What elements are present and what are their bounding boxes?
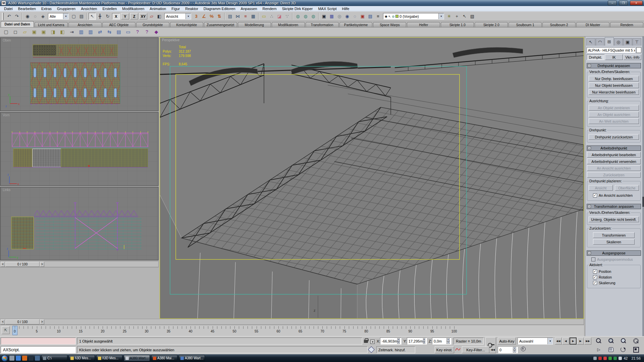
time-slider-value[interactable]: 0 / 100 [5,319,40,324]
close-button[interactable]: × [630,1,643,5]
rollout-header[interactable]: - Transformation anpassen [587,204,641,209]
taskbar-clock[interactable]: 21:56 [629,356,643,360]
xref-scenes-icon[interactable]: ▥ [87,28,95,36]
collapse-icon[interactable]: - [588,64,591,67]
tab-partikelsysteme[interactable]: Partikelsysteme [339,22,373,27]
render-setup-icon[interactable]: ▣ [359,13,366,20]
tab-di-master[interactable]: DI Master [576,22,609,27]
auto-key-button[interactable]: Auto-Key [498,338,516,345]
select-and-link-icon[interactable]: ◉ [24,13,31,20]
axis-constraint-xy-button[interactable]: XY [139,13,147,19]
tab-aec-objekte[interactable]: AEC Objekte [102,22,136,27]
axis-constraint-x-button[interactable]: X [112,13,120,19]
bind-to-space-warp-icon[interactable]: ◈ [39,13,47,20]
tab-datei-und-daten[interactable]: Datei und Daten [1,21,34,27]
collapse-icon[interactable]: - [588,205,591,208]
select-and-manipulate-icon[interactable]: ◧ [156,13,163,20]
goto-start-button[interactable]: ◀◀ [555,338,562,345]
eraser-tool-icon[interactable]: ◪ [276,13,283,20]
task-3dsmax-a380-wart[interactable]: A380 Wart... [124,355,150,361]
pan-hand-icon[interactable] [607,346,615,353]
set-keys-button[interactable]: Key einst. [435,346,454,353]
layer-dropdown[interactable]: ◉ ↖ ◍ 0 (Vorgabe) ▼ [383,13,444,19]
checkbox-icon[interactable]: ✓ [593,193,597,197]
viewport-label[interactable]: Links [3,188,10,192]
ie-browser-icon[interactable] [16,356,21,361]
pick-object-icon[interactable]: ↖ [461,13,468,20]
restore-button[interactable]: ❐ [619,1,628,5]
maximize-viewport-icon[interactable] [632,346,640,353]
display-panel-tab[interactable]: ▣ [623,38,632,46]
position-checkbox[interactable]: ✓Position [593,269,639,274]
environment-dialog-icon[interactable]: ◎ [336,13,343,20]
fetch-scene-icon[interactable]: ◧ [58,28,66,36]
menu-item[interactable]: MAX Script [315,7,339,11]
align-icon[interactable]: ≡ [242,13,249,20]
menu-item[interactable]: Bearbeiten [15,7,39,11]
spinner-icon[interactable]: ▲▼ [446,338,450,344]
key-filter-curve-icon[interactable] [455,346,461,353]
tab-soulbourn-2[interactable]: Soulbourn 2 [542,22,576,27]
redo-icon[interactable]: ↷ [13,13,20,20]
tab-skripte-1-0[interactable]: Skripte 1.0 [441,22,474,27]
menu-item[interactable]: Gruppieren [54,7,78,11]
network-activity-tray-icon[interactable] [593,357,597,360]
z-coordinate-field[interactable]: 0,0m▲▼ [432,338,451,345]
menu-item[interactable]: Skripte Dirk Kipper [279,7,316,11]
checkbox-icon[interactable]: ✓ [593,275,597,279]
select-and-rotate-icon[interactable]: ↻ [104,13,111,20]
tab-rendern[interactable]: Rendern [610,22,643,27]
rollout-header[interactable]: - Arbeitsdrehpunkt [587,145,641,151]
scrollbar-grip[interactable] [642,197,644,207]
open-file-icon[interactable]: ▱ [21,28,29,36]
time-slider-value[interactable]: 0 / 100 [5,262,40,267]
reset-scene-icon[interactable]: ◻ [11,28,19,36]
open-mini-curve-editor-button[interactable]: ⇱ [2,326,10,334]
hierarchy-panel-tab[interactable]: ⊞ [605,37,614,46]
scale-checkbox[interactable]: ✓Skalierung [593,281,639,285]
rollout-header[interactable]: - Ausgangspose [587,250,641,256]
select-and-scale-icon[interactable]: ▱ [148,13,155,20]
modify-panel-tab[interactable]: ◠ [596,38,605,46]
motion-panel-tab[interactable]: ◎ [614,38,623,46]
chevron-down-icon[interactable]: ▼ [547,338,553,344]
collapse-icon[interactable]: - [588,251,591,255]
zoom-all-icon[interactable] [607,337,615,344]
previous-key-icon[interactable]: ◀◀ [491,346,495,353]
reset-pivot-button[interactable]: Drehpunkt zurücksetzen [589,134,639,140]
tab-modifikatoren[interactable]: Modifikatoren [272,22,305,27]
checkbox-icon[interactable] [591,257,595,261]
photoshop-icon[interactable] [35,356,40,361]
tab-konturobjekte[interactable]: Konturobjekte [170,22,203,27]
use-working-pivot-button[interactable]: Arbeitsdrehpunkt verwenden [587,159,641,164]
prev-frame-arrow[interactable]: < [1,262,5,267]
task-explorer-c[interactable]: C:\ [41,355,67,361]
tab-modellierung[interactable]: Modellierung [238,22,271,27]
menu-item[interactable]: Reaktor [182,7,201,11]
quick-render-teapot-icon[interactable]: ◍ [310,13,317,20]
task-a380-mai[interactable]: A380 Mai... [151,355,177,361]
rest-pose-mode-checkbox[interactable]: Ausgangsposenmodus [591,257,640,261]
angle-snap-icon[interactable]: ∠ [200,13,208,20]
utilities-panel-tab[interactable]: ⊤ [633,38,642,46]
menu-item[interactable]: Modifikatoren [119,7,147,11]
nvidia-tray-icon[interactable] [608,357,612,360]
center-to-object-button[interactable]: An Objekt zentrieren [589,105,639,111]
task-explorer-3dmes-1[interactable]: I\3D Mes... [69,355,95,361]
isolate-selection-icon[interactable]: ▧ [469,13,476,20]
add-time-tag[interactable]: Zeitmark. hinzuf. [376,346,415,353]
media-player-icon[interactable] [29,356,34,361]
menu-item[interactable]: Diagramm Editoren [201,7,238,11]
undo-icon[interactable]: ↶ [5,13,13,20]
prev-frame-button[interactable]: ◀ [562,338,569,345]
spacing-tool-icon[interactable]: ∵ [283,13,291,20]
viewport-perspektive[interactable]: z Perspektive Total Polys:312.187 Verts:… [160,37,584,319]
tab-licht-und-kamera[interactable]: Licht und Kamera [35,22,68,27]
rendered-frame-window-icon[interactable]: ▤ [367,13,374,20]
flag-tray-icon[interactable] [603,357,607,360]
add-layer-icon[interactable]: + [453,13,461,20]
rotation-checkbox[interactable]: ✓Rotation [593,275,639,279]
time-slider-secondary[interactable]: < 0 / 100 > [0,261,159,267]
selection-mode-dropdown[interactable]: Auswahl▼ [518,338,553,345]
current-frame-field[interactable]: 0▲▼ [498,346,518,353]
